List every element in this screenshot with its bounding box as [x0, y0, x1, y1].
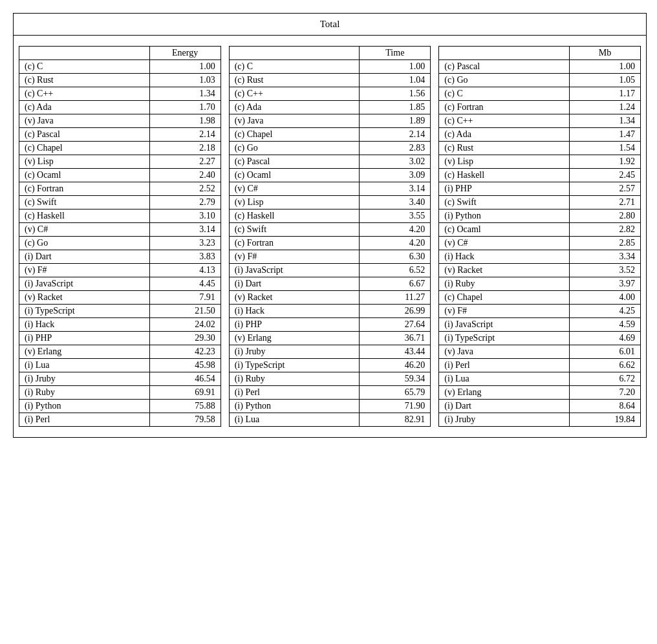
value-cell: 2.82	[570, 223, 641, 237]
table-row: (i) Lua6.72	[439, 372, 641, 386]
language-cell: (v) F#	[229, 250, 360, 264]
value-cell: 2.83	[360, 142, 431, 155]
language-cell: (i) TypeScript	[439, 332, 570, 345]
table-row: (c) C++1.34	[19, 87, 221, 101]
language-cell: (c) Fortran	[229, 237, 360, 250]
language-cell: (i) PHP	[19, 332, 150, 345]
value-cell: 2.14	[149, 128, 221, 142]
value-cell: 3.23	[149, 237, 221, 250]
value-cell: 3.10	[149, 209, 221, 223]
value-cell: 2.45	[570, 169, 641, 182]
value-cell: 1.89	[360, 114, 431, 128]
value-cell: 3.02	[360, 155, 431, 169]
table-row: (c) Chapel2.18	[19, 142, 221, 155]
language-cell: (c) Go	[229, 142, 360, 155]
table-row: (v) Lisp1.92	[439, 155, 641, 169]
language-cell: (c) Pascal	[229, 155, 360, 169]
language-cell: (c) Rust	[19, 74, 150, 87]
language-cell: (i) JavaScript	[229, 264, 360, 277]
language-cell: (i) TypeScript	[229, 359, 360, 372]
language-cell: (i) Python	[19, 400, 150, 413]
value-cell: 4.45	[149, 277, 221, 291]
language-cell: (c) Haskell	[19, 209, 150, 223]
value-cell: 8.64	[570, 400, 641, 413]
language-cell: (c) Swift	[229, 223, 360, 237]
language-cell: (c) Ada	[19, 101, 150, 114]
table-row: (i) Python2.80	[439, 209, 641, 223]
table-row: (c) Ocaml2.40	[19, 169, 221, 182]
main-container: Total Energy (c) C1.00(c) Rust1.03(c) C+…	[13, 13, 647, 438]
value-cell: 4.59	[570, 318, 641, 332]
language-cell: (c) Pascal	[19, 128, 150, 142]
table-row: (c) Rust1.03	[19, 74, 221, 87]
table-row: (i) TypeScript21.50	[19, 305, 221, 318]
table-row: (i) Jruby43.44	[229, 345, 431, 359]
value-cell: 1.24	[570, 101, 641, 114]
language-cell: (i) Jruby	[229, 345, 360, 359]
value-cell: 42.23	[149, 345, 221, 359]
table-row: (c) Go1.05	[439, 74, 641, 87]
value-cell: 45.98	[149, 359, 221, 372]
value-cell: 82.91	[360, 413, 431, 427]
language-cell: (v) Racket	[19, 291, 150, 305]
language-cell: (c) C	[229, 60, 360, 74]
value-cell: 24.02	[149, 318, 221, 332]
table-row: (c) Ada1.47	[439, 128, 641, 142]
table-row: (i) TypeScript4.69	[439, 332, 641, 345]
language-cell: (c) C	[439, 87, 570, 101]
value-cell: 27.64	[360, 318, 431, 332]
value-cell: 7.91	[149, 291, 221, 305]
value-cell: 1.92	[570, 155, 641, 169]
value-cell: 2.79	[149, 196, 221, 209]
value-cell: 6.01	[570, 345, 641, 359]
value-cell: 59.34	[360, 372, 431, 386]
language-cell: (c) Rust	[439, 142, 570, 155]
language-cell: (i) Perl	[19, 413, 150, 427]
table-row: (i) Dart8.64	[439, 400, 641, 413]
language-cell: (i) JavaScript	[19, 277, 150, 291]
table-row: (c) Ocaml3.09	[229, 169, 431, 182]
language-cell: (v) Erlang	[229, 332, 360, 345]
value-cell: 6.30	[360, 250, 431, 264]
table-row: (c) Go3.23	[19, 237, 221, 250]
table-row: (v) Erlang36.71	[229, 332, 431, 345]
language-cell: (i) Jruby	[439, 413, 570, 427]
value-cell: 7.20	[570, 386, 641, 400]
language-cell: (c) Fortran	[439, 101, 570, 114]
table-row: (i) Hack24.02	[19, 318, 221, 332]
value-cell: 75.88	[149, 400, 221, 413]
table-row: (i) Dart6.67	[229, 277, 431, 291]
value-cell: 29.30	[149, 332, 221, 345]
header-title: Total	[320, 19, 340, 29]
value-cell: 4.00	[570, 291, 641, 305]
total-header: Total	[14, 14, 646, 36]
language-cell: (v) F#	[19, 264, 150, 277]
language-cell: (i) Hack	[229, 305, 360, 318]
value-cell: 2.57	[570, 182, 641, 196]
value-cell: 46.20	[360, 359, 431, 372]
table-row: (v) Java1.89	[229, 114, 431, 128]
table-row: (v) Racket3.52	[439, 264, 641, 277]
language-cell: (c) C++	[229, 87, 360, 101]
table-row: (i) Python71.90	[229, 400, 431, 413]
value-cell: 1.04	[360, 74, 431, 87]
table-row: (c) Ada1.70	[19, 101, 221, 114]
mb-col1-header	[439, 47, 570, 60]
value-cell: 65.79	[360, 386, 431, 400]
table-row: (c) Swift2.71	[439, 196, 641, 209]
language-cell: (v) Racket	[229, 291, 360, 305]
value-cell: 1.54	[570, 142, 641, 155]
language-cell: (v) C#	[19, 223, 150, 237]
table-row: (c) C++1.56	[229, 87, 431, 101]
table-row: (c) Rust1.04	[229, 74, 431, 87]
value-cell: 19.84	[570, 413, 641, 427]
table-row: (c) Ada1.85	[229, 101, 431, 114]
value-cell: 6.62	[570, 359, 641, 372]
value-cell: 3.97	[570, 277, 641, 291]
language-cell: (i) PHP	[229, 318, 360, 332]
language-cell: (i) Python	[439, 209, 570, 223]
value-cell: 79.58	[149, 413, 221, 427]
language-cell: (v) Lisp	[439, 155, 570, 169]
table-row: (i) JavaScript4.45	[19, 277, 221, 291]
value-cell: 3.14	[149, 223, 221, 237]
